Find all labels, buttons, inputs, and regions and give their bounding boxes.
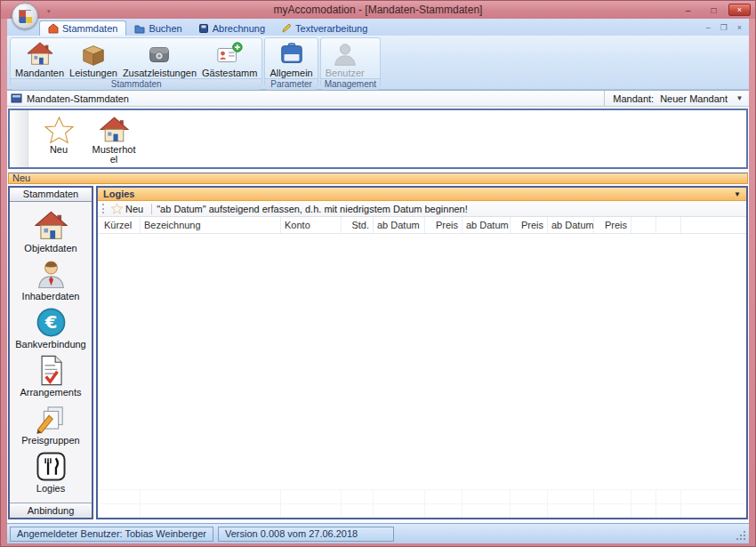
grid-empty-row [101,489,746,503]
button-label: Benutzer [326,68,365,78]
ribbon-group-parameter: Allgemein Parameter [264,37,318,87]
minimize-button[interactable]: – [677,4,699,16]
sidebar-item-bankverbindung[interactable]: Bankverbindung [10,304,92,352]
column-header-ab-datum-1[interactable]: ab Datum [374,217,425,233]
mandant-selector[interactable]: Mandant: Neuer Mandant ▼ [604,91,745,106]
sidebar-item-arrangements[interactable]: Arrangements [10,352,92,400]
logies-neu-button[interactable]: Neu [108,203,147,214]
statusbar-user: Angemeldeter Benutzer: Tobias Weinberger [10,527,213,542]
mdi-restore-button[interactable]: ❐ [720,23,728,32]
button-label: Mandanten [15,68,64,78]
tab-label: Abrechnung [213,23,265,34]
column-header-empty [631,217,656,233]
tab-label: Stammdaten [62,23,117,34]
tab-abrechnung[interactable]: Abrechnung [190,20,273,36]
mdi-minimize-button[interactable]: – [706,23,711,32]
workspace: Neu Musterhotel Neu Stammdaten Objektdat… [7,107,749,523]
toolbar-grip[interactable] [102,204,104,213]
toolbar-dock-strip [10,110,28,167]
close-button[interactable]: × [728,4,751,16]
mandant-dropdown-icon[interactable]: ▼ [734,94,745,102]
mdi-window-controls: – ❐ × [706,23,749,32]
sidebar-footer-anbindung[interactable]: Anbindung [10,503,92,518]
tab-stammdaten[interactable]: Stammdaten [39,20,126,36]
titlebar: myAccomodation - [Mandaten-Stammdaten] [1,1,755,19]
column-header-ab-datum-3[interactable]: ab Datum [548,217,594,233]
app-menu-button[interactable] [12,3,38,29]
logies-hint-text: "ab Datum" aufsteigend erfassen, d.h. mi… [157,204,468,214]
mandanten-toolbar: Neu Musterhotel [8,109,748,169]
house-icon [27,41,53,68]
column-header-std[interactable]: Std. [342,217,374,233]
mandant-value[interactable]: Neuer Mandant [660,93,728,104]
cutlery-icon [35,450,68,483]
column-header-kuerzel[interactable]: Kürzel [101,217,141,233]
button-label: Leistungen [69,68,117,78]
logies-neu-label: Neu [125,204,143,214]
sidebar-item-label: Bankverbindung [15,339,86,350]
allgemein-button[interactable]: Allgemein [267,40,315,78]
window-controls: – □ × [677,4,751,16]
sidebar-item-objektdaten[interactable]: Objektdaten [10,208,92,256]
mdi-caption-title: Mandaten-Stammdaten [27,93,129,104]
buchen-tab-icon [134,23,145,34]
app-window: myAccomodation - [Mandaten-Stammdaten] ▾… [0,0,756,547]
grid-empty-rows [101,489,746,518]
mandanten-button[interactable]: Mandanten [12,40,67,78]
group-caption: Parameter [265,78,317,90]
zusatzleistungen-button[interactable]: Zusatzleistungen [120,40,199,78]
tab-textverarbeitung[interactable]: Textverarbeitung [273,20,375,36]
star-icon [111,203,123,214]
sidebar-item-label: Logies [36,483,65,494]
sidebar-header: Stammdaten [10,188,92,202]
leistungen-button[interactable]: Leistungen [67,40,120,78]
group-caption: Management [321,78,380,90]
sidebar: Stammdaten Objektdaten Inhaberdaten Bank… [8,186,93,519]
neu-mandant-button[interactable]: Neu [36,116,82,155]
sidebar-item-inhaberdaten[interactable]: Inhaberdaten [10,256,92,304]
tab-buchen[interactable]: Buchen [126,20,189,36]
ribbon-group-stammdaten: Mandanten Leistungen Zusatzleistungen Gä… [10,37,262,87]
document-check-icon [35,354,68,387]
package-icon [80,41,107,68]
toolbar-item-label: Musterhotel [92,145,136,165]
column-header-preis-2[interactable]: Preis [511,217,548,233]
wallet-icon [146,41,173,68]
quick-access-dropdown-icon[interactable]: ▾ [47,8,51,15]
mdi-close-button[interactable]: × [737,23,742,32]
logies-panel-header: Logies ▼ [98,188,746,201]
column-header-preis-3[interactable]: Preis [594,217,631,233]
sidebar-item-label: Preisgruppen [21,435,79,446]
group-caption: Stammdaten [11,78,261,90]
resize-grip[interactable] [736,530,746,541]
logies-toolbar: Neu "ab Datum" aufsteigend erfassen, d.h… [98,201,746,217]
textverarbeitung-tab-icon [281,23,292,34]
person-card-plus-icon [216,41,243,68]
column-header-bezeichnung[interactable]: Bezeichnung [141,217,281,233]
stammdaten-tab-icon [48,23,59,34]
mdi-caption-bar: Mandaten-Stammdaten Mandant: Neuer Manda… [7,90,749,107]
statusbar-version: Version 0.008 vom 27.06.2018 [218,527,394,542]
selection-header-bar: Neu [8,173,748,184]
logies-panel-title: Logies [103,189,134,199]
sidebar-item-preisgruppen[interactable]: Preisgruppen [10,400,92,448]
column-header-empty [656,217,681,233]
column-header-ab-datum-2[interactable]: ab Datum [462,217,511,233]
ribbon-group-management: Benutzer Management [320,37,381,87]
maximize-button[interactable]: □ [703,4,725,16]
user-gray-icon [332,41,358,68]
logies-grid-body[interactable] [98,234,746,518]
tab-label: Textverarbeitung [295,23,367,34]
grid-empty-row [101,503,746,518]
column-header-preis-1[interactable]: Preis [425,217,462,233]
app-logo-icon [19,10,31,22]
column-header-konto[interactable]: Konto [281,217,342,233]
button-label: Zusatzleistungen [123,68,197,78]
panel-dropdown-icon[interactable]: ▼ [734,190,741,198]
mdi-window-icon [11,93,22,104]
logies-panel: Logies ▼ Neu "ab Datum" aufsteigend erfa… [96,186,748,519]
gaestestamm-button[interactable]: Gästestamm [199,40,260,78]
musterhotel-button[interactable]: Musterhotel [91,116,137,165]
sidebar-item-logies[interactable]: Logies [10,448,92,496]
sidebar-item-label: Objektdaten [24,243,76,253]
